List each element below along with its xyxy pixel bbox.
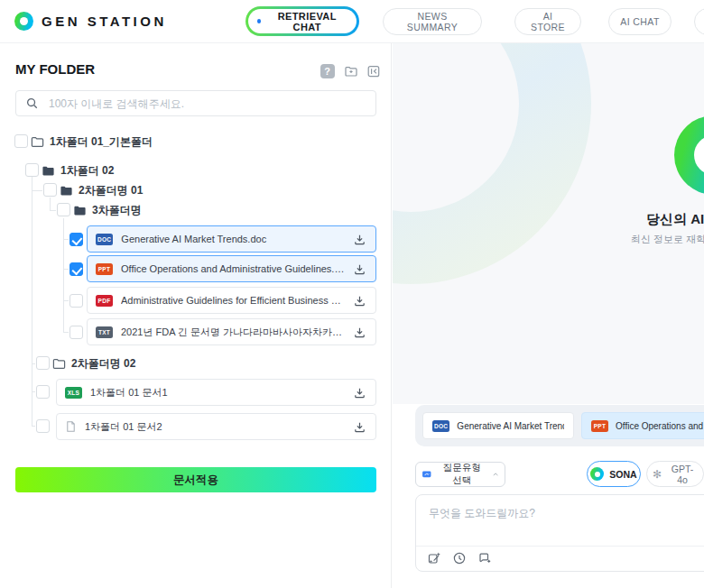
composer-divider [416,546,704,547]
tree-connector [63,300,69,301]
tree-connector [32,363,35,364]
search-icon [25,96,39,110]
sidebar-title: MY FOLDER [15,61,95,77]
message-input[interactable] [423,501,703,540]
tree-connector [32,170,32,426]
download-icon [353,386,366,400]
file-name: 2021년 FDA 긴 문서명 가나다라마바사아자차카타파하 가나다라 ... [121,326,345,339]
tab-retrieval-chat[interactable]: RETRIEVAL CHAT [245,6,359,36]
download-button[interactable] [353,420,366,434]
checkbox[interactable] [25,163,39,177]
file-name: 1차폴더 01 문서2 [85,420,345,434]
tab-ai-store[interactable]: AI STORE [514,8,581,35]
file-name: Generative AI Market Trends.doc [121,234,345,244]
checkbox[interactable] [36,356,50,370]
folder-icon [73,204,87,217]
attached-file-chip[interactable]: DOC Generative AI Market Trends.doc [422,412,574,439]
attached-file-chip[interactable]: PPT Office Operations and Admini [581,412,704,439]
download-icon [353,326,366,339]
checkbox[interactable] [36,419,50,433]
tree-folder-row[interactable]: 2차폴더명 02 [52,356,135,371]
tab-news-summary[interactable]: NEWS SUMMARY [383,8,482,35]
download-button[interactable] [353,386,366,400]
add-folder-icon [344,64,358,78]
download-icon [353,233,366,246]
download-icon [353,262,366,276]
tree-connector [50,198,51,210]
model-label: SONA [609,469,636,480]
tab-label: NEWS SUMMARY [393,11,472,32]
tree-folder-row[interactable]: 2차폴더명 01 [60,183,143,198]
add-folder-button[interactable] [343,63,358,78]
folder-icon [60,184,73,198]
file-item[interactable]: PDF Administrative Guidelines for Effici… [87,287,376,314]
file-item[interactable]: TXT 2021년 FDA 긴 문서명 가나다라마바사아자차카타파하 가나다라 … [87,318,376,345]
file-name: 1차폴더 01 문서1 [90,386,345,400]
checkbox[interactable] [14,134,28,148]
file-type-badge: TXT [96,326,113,338]
download-button[interactable] [353,326,366,339]
folder-icon [52,357,66,371]
history-button[interactable] [452,551,467,565]
checkbox[interactable] [43,183,57,197]
checkbox[interactable] [57,203,70,216]
folder-label: 2차폴더명 01 [79,183,143,198]
tree-folder-row[interactable]: 1차폴더 01_기본폴더 [31,134,153,149]
download-button[interactable] [353,262,366,276]
file-item[interactable]: PPT Office Operations and Administrative… [87,255,376,282]
checkbox[interactable] [69,262,83,276]
file-name: Office Operations and Administrative Gui… [121,263,345,274]
tree-folder-row[interactable]: 3차폴더명 [73,203,142,217]
help-icon: ? [320,64,335,78]
search-input[interactable] [47,96,366,111]
collapse-panel-icon [366,64,381,78]
tab-clipped[interactable] [694,8,704,35]
tree-connector [63,218,64,332]
document-icon [65,420,77,433]
collapse-panel-button[interactable] [366,63,381,78]
folder-icon [31,135,44,149]
model-sona-button[interactable]: SONA [587,461,641,487]
folder-label: 1차폴더 01_기본폴더 [50,134,153,150]
file-item[interactable]: XLS 1차폴더 01 문서1 [56,379,376,406]
download-button[interactable] [353,294,366,308]
checkbox[interactable] [69,233,83,246]
tree-folder-row[interactable]: 1차폴더 02 [42,163,114,178]
hero-logo-icon [674,115,704,195]
download-button[interactable] [353,233,366,246]
help-button[interactable]: ? [320,63,335,78]
gpt-logo-icon: ✻ [653,469,662,480]
folder-sidebar: MY FOLDER ? 1차폴더 01_기본폴더 [0,43,392,588]
chevron-up-icon [492,470,499,479]
app-root: GEN STATION RETRIEVAL CHAT NEWS SUMMARY … [0,0,704,588]
bookmark-add-button[interactable] [477,551,492,565]
folder-icon [42,164,55,178]
download-icon [353,294,366,308]
message-composer [415,494,704,572]
file-type-badge: PPT [96,263,113,275]
tab-label: RETRIEVAL CHAT [266,11,347,32]
tree-connector [50,210,56,211]
brand: GEN STATION [14,12,167,31]
file-item[interactable]: 1차폴더 01 문서2 [56,413,376,440]
file-item[interactable]: DOC Generative AI Market Trends.doc [87,225,376,253]
checkbox[interactable] [36,385,50,399]
tab-ai-chat[interactable]: AI CHAT [608,8,672,35]
tree-connector [63,239,69,240]
hero-title: 당신의 AI, 제 [646,211,704,228]
file-type-badge: PPT [591,420,608,432]
question-type-icon [421,468,432,481]
tree-connector [63,269,69,270]
checkbox[interactable] [69,294,83,308]
question-type-button[interactable]: 질문유형 선택 [415,462,505,487]
ai-compose-button[interactable] [427,551,441,565]
tab-label: AI STORE [524,11,571,32]
download-icon [353,420,366,434]
apply-documents-button[interactable]: 문서적용 [15,467,376,492]
checkbox[interactable] [69,326,83,339]
brand-logo-icon [14,12,33,31]
bookmark-add-icon [477,551,492,565]
brand-name: GEN STATION [42,14,167,29]
question-type-label: 질문유형 선택 [438,462,486,487]
model-gpt4o-button[interactable]: ✻ GPT-4o [646,461,704,487]
